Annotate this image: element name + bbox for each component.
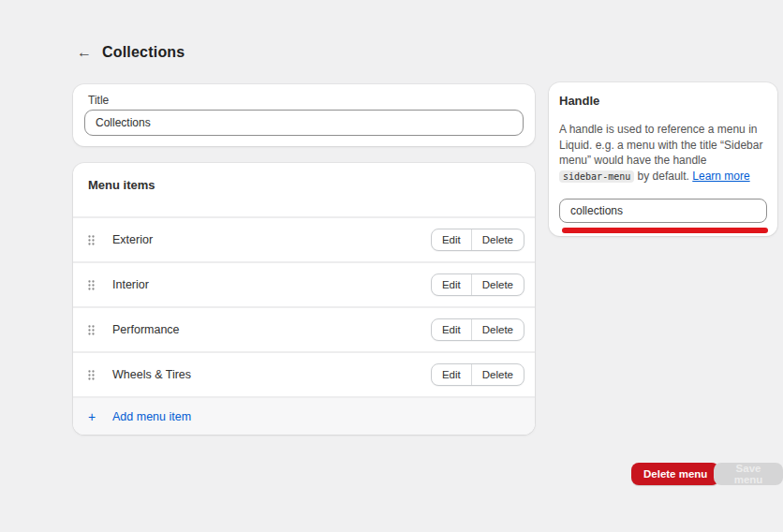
menu-item-row-interior: Interior Edit Delete — [73, 263, 535, 308]
menu-items-card: Menu items Exterior Edit Delete — [73, 163, 535, 435]
drag-handle-icon[interactable] — [88, 325, 112, 335]
delete-button[interactable]: Delete — [471, 319, 524, 340]
menu-item-row-wheels-tires: Wheels & Tires Edit Delete — [73, 353, 535, 398]
back-arrow-icon: ← — [77, 44, 92, 60]
menu-item-row-performance: Performance Edit Delete — [73, 308, 535, 353]
menu-item-row-exterior: Exterior Edit Delete — [73, 218, 535, 263]
back-button[interactable]: ← — [75, 43, 94, 62]
save-menu-button[interactable]: Save menu — [714, 463, 783, 485]
edit-button[interactable]: Edit — [432, 319, 471, 340]
edit-button[interactable]: Edit — [432, 274, 471, 295]
page-title: Collections — [102, 44, 185, 61]
row-action-group: Edit Delete — [431, 363, 524, 386]
add-menu-item-button[interactable]: Add menu item — [112, 410, 191, 423]
title-field-label: Title — [88, 94, 109, 107]
handle-description-text: by default. — [634, 170, 692, 183]
title-card: Title — [73, 84, 535, 146]
menu-item-label: Performance — [112, 323, 431, 336]
drag-handle-icon[interactable] — [88, 370, 112, 380]
delete-button[interactable]: Delete — [471, 364, 524, 385]
drag-handle-icon[interactable] — [88, 280, 112, 290]
handle-description: A handle is used to reference a menu in … — [559, 122, 768, 185]
add-menu-item-row[interactable]: + Add menu item — [73, 398, 535, 435]
menu-items-heading: Menu items — [73, 163, 535, 218]
handle-input[interactable] — [559, 199, 767, 223]
drag-handle-icon[interactable] — [88, 235, 112, 245]
delete-button[interactable]: Delete — [471, 229, 524, 250]
edit-button[interactable]: Edit — [432, 229, 471, 250]
handle-code-chip: sidebar-menu — [559, 170, 634, 183]
title-input[interactable] — [84, 110, 524, 136]
row-action-group: Edit Delete — [431, 318, 524, 341]
handle-card: Handle A handle is used to reference a m… — [549, 82, 777, 236]
plus-icon: + — [88, 409, 112, 424]
row-action-group: Edit Delete — [431, 273, 524, 296]
edit-button[interactable]: Edit — [432, 364, 471, 385]
delete-menu-button[interactable]: Delete menu — [631, 463, 719, 485]
handle-description-text: A handle is used to reference a menu in … — [559, 123, 762, 167]
row-action-group: Edit Delete — [431, 229, 524, 251]
page-header: ← Collections — [75, 43, 185, 62]
menu-item-label: Wheels & Tires — [112, 368, 431, 381]
annotation-highlight-bar — [562, 228, 768, 233]
learn-more-link[interactable]: Learn more — [692, 170, 749, 183]
menu-item-label: Exterior — [112, 233, 431, 246]
delete-button[interactable]: Delete — [471, 274, 524, 295]
menu-item-label: Interior — [112, 278, 431, 291]
handle-heading: Handle — [559, 94, 599, 108]
menu-editor-page: ← Collections Title Menu items Exterior … — [0, 0, 783, 532]
